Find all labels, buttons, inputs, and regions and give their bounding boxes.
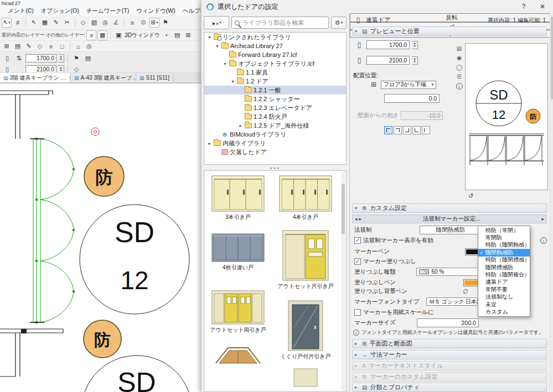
anchor-free-button[interactable] bbox=[422, 126, 430, 134]
rotate-icon[interactable]: ↺ bbox=[468, 192, 473, 200]
dropdown-item[interactable]: 特防（随閉複合） bbox=[478, 271, 530, 278]
tree-item[interactable]: 欠落したドア bbox=[204, 148, 346, 156]
view3d-dropdown[interactable]: ▾ bbox=[161, 30, 171, 40]
menu-item[interactable]: ヘルプ(H) bbox=[183, 7, 201, 15]
section-custom-settings[interactable]: ▾ ⚙ カスタム設定 bbox=[352, 203, 547, 213]
snap-target-button[interactable]: ◎ bbox=[100, 18, 110, 28]
anchor-top-left-button[interactable] bbox=[384, 126, 392, 134]
help-button[interactable]: ? bbox=[514, 0, 533, 13]
nav-more-icon[interactable]: ▸ bbox=[541, 216, 544, 222]
height-field[interactable]: 2100.0 bbox=[366, 56, 410, 65]
dropdown-item-selected[interactable]: ✓随閉熱感防 bbox=[478, 249, 530, 256]
trim-tool-button[interactable]: ✂ bbox=[62, 18, 72, 28]
layers-button[interactable]: ≡ bbox=[46, 41, 56, 51]
door-preview[interactable]: SD 12 防 bbox=[465, 43, 548, 190]
height-stepper[interactable]: ▴▾ bbox=[412, 56, 418, 65]
scrollbar-thumb[interactable] bbox=[342, 184, 345, 234]
settings-scrollbar[interactable] bbox=[550, 13, 553, 392]
preview-list-icon[interactable]: ☰ bbox=[457, 74, 462, 80]
flag-button[interactable]: ⚑ bbox=[71, 53, 81, 63]
close-button[interactable]: ✕ bbox=[533, 0, 552, 13]
section-classification[interactable]: ▸ ▤ 分類とプロパティ bbox=[352, 383, 547, 392]
nav-forward-icon[interactable]: ▸ bbox=[359, 216, 362, 222]
expand-icon[interactable]: ▾ bbox=[230, 79, 235, 84]
home-button[interactable]: ⌂ bbox=[73, 41, 83, 51]
square-button[interactable]: □ bbox=[57, 41, 67, 51]
solid-tool-button[interactable]: ▧ bbox=[89, 18, 99, 28]
tree-item[interactable]: 1.1 家具 bbox=[204, 68, 346, 77]
dropdown-item[interactable]: 特防（随閉煙感） bbox=[478, 257, 530, 264]
regulation-marker-visible-checkbox[interactable]: ✓ bbox=[354, 237, 361, 244]
tree-item[interactable]: ▾リンクされたライブラリ bbox=[204, 33, 346, 41]
tab-s11[interactable]: ▤ S11 [S11] bbox=[136, 73, 173, 82]
tree-item-selected[interactable]: 1.2.1 一般 bbox=[204, 86, 346, 95]
tab-keyplan[interactable]: ▤ 3階 建具キープラン … × bbox=[0, 73, 71, 82]
anchor-bottom-button[interactable] bbox=[412, 126, 421, 134]
search-input[interactable] bbox=[242, 19, 325, 26]
tree-item[interactable]: Forward Library 27.lcf bbox=[204, 50, 346, 59]
dropdown-item[interactable]: 特防（常閉） bbox=[478, 227, 530, 234]
expand-icon[interactable]: ▸ bbox=[238, 123, 243, 128]
thumbnail-item[interactable]: アウトセット片引き戸 bbox=[277, 230, 334, 290]
width-stepper[interactable]: ▴▾ bbox=[412, 41, 418, 49]
menu-item[interactable]: メント(C) bbox=[8, 7, 34, 15]
diamond-button[interactable]: ◇ bbox=[35, 41, 45, 51]
tree-item[interactable]: 1.2.2 シャッター bbox=[204, 95, 346, 103]
door-height-field[interactable]: 2100.0 bbox=[25, 65, 56, 74]
layer-list-button[interactable]: ≡ bbox=[86, 30, 96, 40]
thumbnail-item[interactable]: アウトセット両引き戸 bbox=[210, 290, 266, 334]
pencil-button[interactable]: ✎ bbox=[24, 41, 34, 51]
thumbnail-item[interactable]: くぐり戸付片引き戸 bbox=[281, 300, 331, 360]
panel-button[interactable]: ▤ bbox=[83, 53, 93, 63]
fill-type-dropdown[interactable]: 50 % ▾ bbox=[416, 268, 483, 276]
menu-item[interactable]: チームワーク(T) bbox=[86, 7, 129, 15]
panel-view-button[interactable]: ▤ bbox=[172, 30, 182, 40]
preview-plan-icon[interactable]: ▤ bbox=[457, 45, 462, 51]
dialog-titlebar[interactable]: 選択したドアの設定 bbox=[201, 0, 553, 13]
marker-fill-checkbox[interactable]: ✓ bbox=[354, 258, 361, 265]
layers-button[interactable]: ≡ bbox=[127, 18, 137, 28]
tab-a43[interactable]: ▤ A-43 3階 建具キープ… bbox=[71, 73, 136, 82]
thumbnail-item[interactable]: 3本引き戸 bbox=[211, 175, 265, 221]
tree-item[interactable]: ⊕BIMcloudライブラリ bbox=[204, 130, 346, 139]
menu-item[interactable]: ウィンドウ(W) bbox=[136, 7, 175, 15]
thumbnail-scrollbar[interactable] bbox=[341, 171, 345, 391]
selection-style-dropdown[interactable]: ↖▾ bbox=[2, 18, 12, 28]
monitor-icon-button[interactable]: ▣ bbox=[113, 30, 123, 40]
section-dimension-marker[interactable]: ▸ ↔ 寸法マーカー bbox=[352, 350, 547, 359]
anchor-middle-button[interactable] bbox=[403, 126, 411, 134]
dropdown-item[interactable]: 法規制なし bbox=[478, 294, 530, 301]
panel-button[interactable]: ▤ bbox=[13, 41, 23, 51]
height-stepper[interactable]: ▴▾ bbox=[58, 65, 64, 74]
thumbnail-item[interactable] bbox=[214, 345, 262, 365]
menu-item[interactable]: オプション(O) bbox=[41, 7, 79, 15]
no-pen-icon[interactable]: ∅ bbox=[463, 288, 468, 295]
expand-icon[interactable]: ▾ bbox=[207, 35, 212, 40]
library-search-box[interactable] bbox=[231, 17, 329, 29]
regulation-field[interactable]: 随閉熱感防 bbox=[420, 226, 482, 234]
offset-field[interactable]: 0.0 bbox=[384, 94, 440, 103]
expand-icon[interactable]: ▾ bbox=[223, 61, 228, 66]
dropdown-item[interactable]: 常閉不要 bbox=[478, 286, 530, 293]
tree-item[interactable]: 1.2.4 防火戸 bbox=[204, 112, 346, 121]
dropdown-item[interactable]: 常閉防 bbox=[478, 234, 530, 241]
marker-size-field[interactable]: 200.0 bbox=[417, 318, 479, 327]
expand-icon[interactable]: ▸ bbox=[207, 141, 212, 146]
selected-door-plan[interactable] bbox=[33, 139, 74, 322]
angle-tool-button[interactable]: ∠ bbox=[111, 18, 121, 28]
marquee-tool-button[interactable]: ▦ bbox=[40, 18, 50, 28]
tree-item[interactable]: ▾Archicad Library 27 bbox=[204, 41, 346, 50]
snap-circle-button[interactable]: ⊙ bbox=[138, 18, 148, 28]
preview-3d-icon[interactable]: ◯ bbox=[456, 64, 462, 70]
tree-item[interactable]: ▸内蔵ライブラリ bbox=[204, 139, 346, 148]
dropdown-item[interactable]: カスタム bbox=[478, 308, 530, 315]
paper-scale-checkbox[interactable] bbox=[354, 309, 361, 316]
tree-item[interactable]: ▾オブジェクトライブラリ.lcf bbox=[204, 59, 346, 68]
draw-tool-button[interactable]: ✎ bbox=[51, 18, 61, 28]
nav-back-icon[interactable]: ◂ bbox=[355, 216, 358, 222]
layer-grid-button[interactable]: ▦ bbox=[97, 30, 107, 40]
window-grid-button[interactable]: ⊞ bbox=[183, 30, 193, 40]
select-mode-dropdown[interactable]: ▴ ▴ ▾ bbox=[204, 16, 229, 29]
dropdown-item[interactable]: 未定 bbox=[478, 301, 530, 308]
preview-eye-icon[interactable]: ◉ bbox=[457, 55, 462, 61]
